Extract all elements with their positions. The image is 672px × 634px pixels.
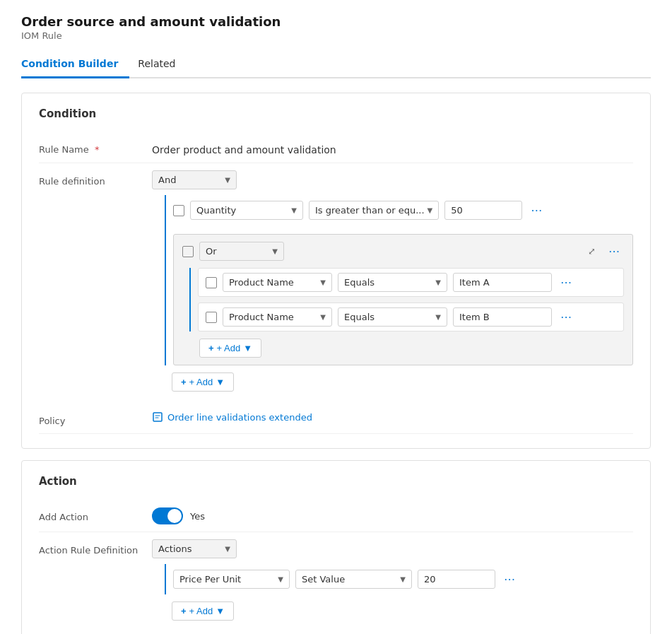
row2-more-btn[interactable]: ⋯ xyxy=(558,312,576,323)
tab-related[interactable]: Related xyxy=(138,52,187,78)
item-a-input[interactable]: Item A xyxy=(453,273,552,292)
quantity-operator-dropdown[interactable]: Is greater than or equ... ▼ xyxy=(309,201,439,220)
policy-label: Policy xyxy=(39,411,152,426)
row1-more-btn[interactable]: ⋯ xyxy=(558,277,576,288)
rule-definition-label: Rule definition xyxy=(39,170,152,187)
price-per-unit-dropdown[interactable]: Price Per Unit ▼ xyxy=(173,570,290,589)
page-subtitle: IOM Rule xyxy=(21,30,651,41)
policy-link[interactable]: Order line validations extended xyxy=(152,411,312,423)
rule-name-required: * xyxy=(95,144,100,155)
add-action-toggle-label: Yes xyxy=(190,511,205,522)
action-rule-def-row: Action Rule Definition Actions ▼ xyxy=(39,532,633,628)
and-operator-dropdown[interactable]: And ▼ xyxy=(152,170,237,189)
condition-section-title: Condition xyxy=(39,107,633,120)
item-b-input[interactable]: Item B xyxy=(453,307,552,327)
product-name-2-checkbox[interactable] xyxy=(206,312,217,323)
add-action-field: Yes xyxy=(152,507,633,524)
equals-1-dropdown[interactable]: Equals ▼ xyxy=(338,273,447,292)
equals-2-dropdown[interactable]: Equals ▼ xyxy=(338,307,447,327)
svg-rect-0 xyxy=(153,413,162,421)
quantity-condition-row: Quantity ▼ Is greater than or equ... ▼ 5… xyxy=(173,195,633,225)
or-operator-dropdown[interactable]: Or ▼ xyxy=(199,242,284,261)
actions-operator-dropdown[interactable]: Actions ▼ xyxy=(152,539,237,558)
action-rule-def-content: Actions ▼ Price Per Unit ▼ xyxy=(152,539,633,621)
outer-add-button[interactable]: + + Add ▼ xyxy=(172,372,234,392)
price-value-input[interactable]: 20 xyxy=(418,570,495,589)
product-name-row-1: Product Name ▼ Equals ▼ Item A xyxy=(198,268,624,297)
set-value-dropdown[interactable]: Set Value ▼ xyxy=(295,570,412,589)
action-rule-def-label: Action Rule Definition xyxy=(39,539,152,556)
or-group-collapse-btn[interactable]: ⤢ xyxy=(584,245,600,258)
product-name-row-2: Product Name ▼ Equals ▼ Item B xyxy=(198,303,624,331)
inner-vert-line xyxy=(189,268,191,331)
tabs-container: Condition Builder Related xyxy=(21,52,651,78)
inner-add-button[interactable]: + + Add ▼ xyxy=(199,339,261,358)
add-action-toggle[interactable] xyxy=(152,507,183,524)
tab-condition-builder[interactable]: Condition Builder xyxy=(21,52,129,78)
rule-definition-content: And ▼ Quantity ▼ xyxy=(152,170,633,392)
quantity-value-input[interactable]: 50 xyxy=(444,201,522,220)
product-name-1-checkbox[interactable] xyxy=(206,277,217,288)
quantity-checkbox[interactable] xyxy=(173,205,184,216)
or-group-box: Or ▼ ⤢ ⋯ xyxy=(173,234,633,365)
action-section: Action Add Action Yes Action Rule Defini… xyxy=(21,460,651,634)
toggle-knob xyxy=(167,509,182,523)
action-add-button[interactable]: + + Add ▼ xyxy=(172,601,234,621)
add-action-row: Add Action Yes xyxy=(39,500,633,532)
price-per-unit-row: Price Per Unit ▼ Set Value ▼ 20 ⋯ xyxy=(173,564,633,594)
rule-definition-row: Rule definition And ▼ xyxy=(39,163,633,399)
policy-value: Order line validations extended xyxy=(152,411,633,425)
rule-name-label: Rule Name * xyxy=(39,140,152,155)
action-section-title: Action xyxy=(39,475,633,488)
or-group-checkbox[interactable] xyxy=(182,246,194,257)
quantity-field-dropdown[interactable]: Quantity ▼ xyxy=(190,201,303,220)
or-group-more-btn[interactable]: ⋯ xyxy=(606,246,624,257)
outer-vert-line xyxy=(165,195,166,365)
price-more-btn[interactable]: ⋯ xyxy=(501,574,519,585)
page-title: Order source and amount validation xyxy=(21,14,651,29)
add-action-label: Add Action xyxy=(39,507,152,522)
product-name-1-dropdown[interactable]: Product Name ▼ xyxy=(223,273,332,292)
action-vert-line xyxy=(165,564,166,594)
rule-name-row: Rule Name * Order product and amount val… xyxy=(39,133,633,163)
condition-section: Condition Rule Name * Order product and … xyxy=(21,93,651,449)
product-name-2-dropdown[interactable]: Product Name ▼ xyxy=(223,307,332,327)
rule-name-value: Order product and amount validation xyxy=(152,140,633,155)
or-group-header: Or ▼ ⤢ ⋯ xyxy=(182,242,624,261)
policy-icon xyxy=(152,411,163,423)
quantity-more-btn[interactable]: ⋯ xyxy=(528,205,546,216)
policy-row: Policy Order line validations extended xyxy=(39,404,633,434)
